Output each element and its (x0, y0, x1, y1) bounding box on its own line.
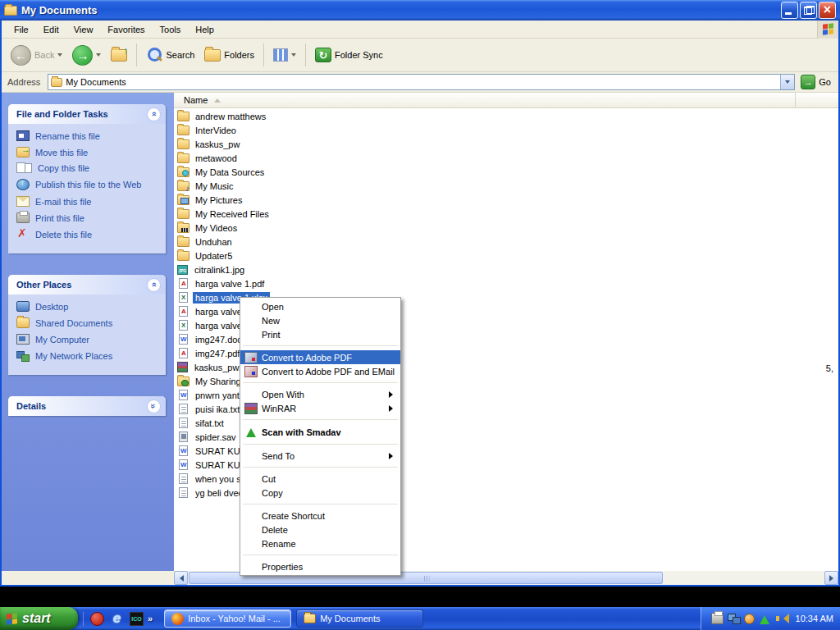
file-row[interactable]: My Videos (174, 221, 838, 235)
file-row[interactable]: My Data Sources (174, 165, 838, 179)
file-row[interactable]: andrew matthews (174, 109, 838, 123)
submenu-arrow-icon (389, 405, 396, 412)
search-icon (146, 47, 162, 63)
smadav-tray-icon[interactable] (759, 613, 771, 624)
place-link[interactable]: Shared Documents (16, 317, 161, 328)
place-link[interactable]: My Network Places (16, 350, 161, 361)
ico-app-icon[interactable]: ICO (130, 612, 144, 626)
minimize-button[interactable] (781, 2, 798, 19)
menu-item[interactable]: File (7, 22, 36, 37)
task-link[interactable]: Publish this file to the Web (16, 179, 161, 190)
file-row[interactable]: InterVideo (174, 123, 838, 137)
place-link[interactable]: Desktop (16, 301, 161, 312)
start-button[interactable]: start (0, 607, 78, 630)
menu-item[interactable]: Help (188, 22, 221, 37)
context-menu-item[interactable]: Send To (240, 449, 400, 463)
context-menu-item[interactable] (243, 467, 398, 468)
folders-button[interactable]: Folders (200, 47, 258, 64)
task-link[interactable]: Copy this file (16, 163, 161, 173)
context-menu-item[interactable]: Scan with Smadav (240, 424, 400, 440)
context-menu-item[interactable] (243, 504, 398, 504)
context-menu-item[interactable]: Convert to Adobe PDF (240, 350, 400, 364)
close-button[interactable] (819, 2, 836, 19)
file-row[interactable]: My Pictures (174, 193, 838, 207)
panel-details: Details » (8, 396, 166, 416)
context-menu-item[interactable]: Print (240, 327, 400, 341)
panel-other-places-header[interactable]: Other Places » (8, 275, 166, 294)
menu-item[interactable]: Favorites (100, 22, 152, 37)
context-menu-item[interactable] (243, 419, 398, 420)
search-button[interactable]: Search (142, 44, 199, 66)
panel-file-tasks-header[interactable]: File and Folder Tasks » (8, 104, 166, 124)
file-icon (177, 265, 188, 275)
context-menu-item[interactable] (243, 345, 398, 346)
context-menu-item[interactable]: Rename (240, 536, 400, 550)
scroll-left-button[interactable] (174, 571, 188, 585)
column-header-name[interactable]: Name (174, 93, 796, 107)
task-icon (16, 130, 30, 141)
context-menu-item[interactable]: Cut (240, 472, 400, 486)
network-tray-icon[interactable] (728, 613, 740, 624)
expand-chevron-icon[interactable]: » (147, 399, 161, 413)
taskbar-task-inbox[interactable]: Inbox - Yahoo! Mail - ... (164, 609, 291, 628)
context-menu-item[interactable]: New (240, 313, 400, 327)
context-menu-item[interactable]: Delete (240, 523, 400, 536)
context-menu-item[interactable]: Properties (240, 559, 400, 573)
collapse-chevron-icon[interactable]: » (147, 107, 161, 121)
context-menu-item[interactable] (243, 444, 398, 445)
task-link[interactable]: Move this file (16, 147, 161, 158)
sound-settings-tray-icon[interactable] (744, 614, 755, 624)
context-menu-item[interactable] (243, 555, 398, 555)
forward-dropdown-icon[interactable] (96, 53, 101, 59)
file-row[interactable]: Updater5 (174, 249, 838, 262)
clipped-edge-text: 5, (826, 363, 833, 373)
printer-tray-icon[interactable] (711, 613, 724, 624)
views-button[interactable] (269, 46, 300, 64)
place-link[interactable]: My Computer (16, 334, 161, 345)
back-dropdown-icon[interactable] (57, 53, 62, 59)
address-input[interactable]: My Documents (48, 74, 795, 90)
context-menu-item[interactable]: Open (240, 299, 400, 313)
file-row[interactable]: metawood (174, 151, 838, 165)
views-dropdown-icon[interactable] (291, 53, 296, 59)
context-menu-item[interactable] (243, 382, 398, 383)
panel-other-places: Other Places » Desktop Shared Documents (8, 275, 166, 375)
task-link[interactable]: Delete this file (16, 229, 161, 240)
file-icon (177, 139, 189, 149)
task-link[interactable]: Rename this file (16, 130, 161, 141)
task-link[interactable]: E-mail this file (16, 196, 161, 207)
file-row[interactable]: My Music (174, 179, 838, 193)
forward-button[interactable]: → (68, 43, 105, 68)
panel-details-header[interactable]: Details » (8, 396, 166, 416)
back-button[interactable]: ← Back (7, 43, 66, 68)
up-button[interactable] (107, 47, 131, 64)
task-link[interactable]: Print this file (16, 212, 161, 223)
file-row[interactable]: Unduhan (174, 235, 838, 249)
context-menu-item[interactable]: Open With (240, 387, 400, 401)
file-icon (177, 153, 189, 163)
context-menu-item[interactable]: Convert to Adobe PDF and EMail (240, 364, 400, 378)
file-icon (179, 487, 188, 498)
folder-sync-button[interactable]: ↻ Folder Sync (311, 45, 387, 65)
quicklaunch-overflow-chevron[interactable]: » (148, 614, 153, 623)
address-dropdown-button[interactable] (780, 75, 794, 89)
go-button[interactable]: → Go (799, 75, 836, 89)
file-row[interactable]: kaskus_pw (174, 137, 838, 151)
restore-button[interactable] (800, 2, 817, 19)
file-row[interactable]: My Received Files (174, 207, 838, 221)
menu-item[interactable]: Edit (36, 22, 66, 37)
scroll-right-button[interactable] (824, 571, 838, 585)
internet-explorer-icon[interactable] (110, 612, 124, 626)
volume-tray-icon[interactable] (775, 613, 788, 624)
taskbar-task-my-documents[interactable]: My Documents (296, 609, 423, 628)
file-row[interactable]: citralink1.jpg (174, 262, 838, 276)
file-icon (179, 445, 188, 456)
context-menu-item[interactable]: Create Shortcut (240, 509, 400, 523)
context-menu-item[interactable]: Copy (240, 486, 400, 500)
menu-item[interactable]: View (66, 22, 101, 37)
quicklaunch-app-icon[interactable] (90, 612, 104, 626)
file-row[interactable]: harga valve 1.pdf (174, 276, 838, 290)
collapse-chevron-icon[interactable]: » (147, 278, 161, 292)
menu-item[interactable]: Tools (153, 22, 189, 37)
context-menu-item[interactable]: WinRAR (240, 401, 400, 415)
